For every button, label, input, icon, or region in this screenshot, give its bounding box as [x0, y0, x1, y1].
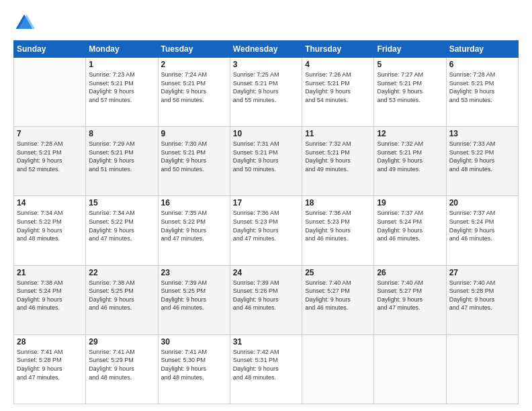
header	[13, 12, 519, 34]
day-info: Sunrise: 7:41 AM Sunset: 5:30 PM Dayligh…	[161, 348, 227, 381]
calendar-cell: 10Sunrise: 7:31 AM Sunset: 5:21 PM Dayli…	[230, 127, 302, 196]
day-info: Sunrise: 7:28 AM Sunset: 5:21 PM Dayligh…	[17, 140, 83, 173]
day-info: Sunrise: 7:28 AM Sunset: 5:21 PM Dayligh…	[449, 71, 515, 104]
calendar-cell: 4Sunrise: 7:26 AM Sunset: 5:21 PM Daylig…	[302, 58, 374, 127]
day-number: 2	[161, 60, 227, 69]
day-number: 1	[89, 60, 154, 69]
calendar-cell: 23Sunrise: 7:39 AM Sunset: 5:25 PM Dayli…	[158, 265, 230, 334]
logo	[13, 12, 38, 34]
weekday-header-friday: Friday	[374, 41, 446, 58]
calendar-cell: 11Sunrise: 7:32 AM Sunset: 5:21 PM Dayli…	[302, 127, 374, 196]
calendar-cell: 21Sunrise: 7:38 AM Sunset: 5:24 PM Dayli…	[14, 265, 86, 334]
day-info: Sunrise: 7:39 AM Sunset: 5:25 PM Dayligh…	[161, 279, 227, 312]
day-info: Sunrise: 7:34 AM Sunset: 5:22 PM Dayligh…	[89, 209, 154, 242]
calendar-cell: 12Sunrise: 7:32 AM Sunset: 5:21 PM Dayli…	[374, 127, 446, 196]
day-info: Sunrise: 7:36 AM Sunset: 5:23 PM Dayligh…	[305, 209, 371, 242]
calendar-table: SundayMondayTuesdayWednesdayThursdayFrid…	[13, 40, 519, 404]
day-number: 25	[305, 268, 371, 277]
calendar-week-row: 14Sunrise: 7:34 AM Sunset: 5:22 PM Dayli…	[14, 196, 519, 265]
calendar-cell: 13Sunrise: 7:33 AM Sunset: 5:22 PM Dayli…	[446, 127, 518, 196]
calendar-cell: 15Sunrise: 7:34 AM Sunset: 5:22 PM Dayli…	[86, 196, 158, 265]
day-info: Sunrise: 7:38 AM Sunset: 5:24 PM Dayligh…	[17, 279, 83, 312]
day-number: 4	[305, 60, 371, 69]
weekday-header-saturday: Saturday	[446, 41, 518, 58]
calendar-cell: 9Sunrise: 7:30 AM Sunset: 5:21 PM Daylig…	[158, 127, 230, 196]
calendar-cell: 3Sunrise: 7:25 AM Sunset: 5:21 PM Daylig…	[230, 58, 302, 127]
calendar-cell	[14, 58, 86, 127]
day-number: 16	[161, 198, 227, 208]
calendar-cell: 8Sunrise: 7:29 AM Sunset: 5:21 PM Daylig…	[86, 127, 158, 196]
day-info: Sunrise: 7:36 AM Sunset: 5:23 PM Dayligh…	[233, 209, 299, 242]
day-number: 22	[89, 268, 154, 277]
calendar-cell	[302, 334, 374, 404]
day-number: 24	[233, 268, 299, 277]
calendar-cell: 14Sunrise: 7:34 AM Sunset: 5:22 PM Dayli…	[14, 196, 86, 265]
calendar-week-row: 1Sunrise: 7:23 AM Sunset: 5:21 PM Daylig…	[14, 58, 519, 127]
day-info: Sunrise: 7:29 AM Sunset: 5:21 PM Dayligh…	[89, 140, 154, 173]
day-number: 29	[89, 337, 154, 347]
day-number: 9	[161, 129, 227, 138]
day-info: Sunrise: 7:42 AM Sunset: 5:31 PM Dayligh…	[233, 348, 299, 381]
day-info: Sunrise: 7:30 AM Sunset: 5:21 PM Dayligh…	[161, 140, 227, 173]
day-info: Sunrise: 7:26 AM Sunset: 5:21 PM Dayligh…	[305, 71, 371, 104]
day-info: Sunrise: 7:23 AM Sunset: 5:21 PM Dayligh…	[89, 71, 154, 104]
day-info: Sunrise: 7:37 AM Sunset: 5:24 PM Dayligh…	[377, 209, 443, 242]
day-number: 18	[305, 198, 371, 208]
day-info: Sunrise: 7:39 AM Sunset: 5:26 PM Dayligh…	[233, 279, 299, 312]
day-info: Sunrise: 7:35 AM Sunset: 5:22 PM Dayligh…	[161, 209, 227, 242]
calendar-cell: 5Sunrise: 7:27 AM Sunset: 5:21 PM Daylig…	[374, 58, 446, 127]
day-number: 14	[17, 198, 83, 208]
day-info: Sunrise: 7:24 AM Sunset: 5:21 PM Dayligh…	[161, 71, 227, 104]
day-number: 13	[449, 129, 515, 138]
day-number: 10	[233, 129, 299, 138]
day-info: Sunrise: 7:41 AM Sunset: 5:29 PM Dayligh…	[89, 348, 154, 381]
day-info: Sunrise: 7:40 AM Sunset: 5:27 PM Dayligh…	[305, 279, 371, 312]
day-info: Sunrise: 7:40 AM Sunset: 5:28 PM Dayligh…	[449, 279, 515, 312]
day-info: Sunrise: 7:37 AM Sunset: 5:24 PM Dayligh…	[449, 209, 515, 242]
day-number: 7	[17, 129, 83, 138]
day-number: 11	[305, 129, 371, 138]
calendar-cell: 1Sunrise: 7:23 AM Sunset: 5:21 PM Daylig…	[86, 58, 158, 127]
calendar-cell: 22Sunrise: 7:38 AM Sunset: 5:25 PM Dayli…	[86, 265, 158, 334]
day-number: 21	[17, 268, 83, 277]
day-info: Sunrise: 7:40 AM Sunset: 5:27 PM Dayligh…	[377, 279, 443, 312]
calendar-cell: 29Sunrise: 7:41 AM Sunset: 5:29 PM Dayli…	[86, 334, 158, 404]
day-number: 20	[449, 198, 515, 208]
calendar-cell: 20Sunrise: 7:37 AM Sunset: 5:24 PM Dayli…	[446, 196, 518, 265]
day-info: Sunrise: 7:32 AM Sunset: 5:21 PM Dayligh…	[305, 140, 371, 173]
calendar-cell: 7Sunrise: 7:28 AM Sunset: 5:21 PM Daylig…	[14, 127, 86, 196]
day-info: Sunrise: 7:27 AM Sunset: 5:21 PM Dayligh…	[377, 71, 443, 104]
calendar-cell	[374, 334, 446, 404]
day-number: 19	[377, 198, 443, 208]
calendar-cell: 6Sunrise: 7:28 AM Sunset: 5:21 PM Daylig…	[446, 58, 518, 127]
day-info: Sunrise: 7:34 AM Sunset: 5:22 PM Dayligh…	[17, 209, 83, 242]
day-number: 27	[449, 268, 515, 277]
calendar-week-row: 7Sunrise: 7:28 AM Sunset: 5:21 PM Daylig…	[14, 127, 519, 196]
calendar-cell: 17Sunrise: 7:36 AM Sunset: 5:23 PM Dayli…	[230, 196, 302, 265]
weekday-header-sunday: Sunday	[14, 41, 86, 58]
weekday-header-row: SundayMondayTuesdayWednesdayThursdayFrid…	[14, 41, 519, 58]
weekday-header-thursday: Thursday	[302, 41, 374, 58]
weekday-header-tuesday: Tuesday	[158, 41, 230, 58]
calendar-cell: 25Sunrise: 7:40 AM Sunset: 5:27 PM Dayli…	[302, 265, 374, 334]
calendar-cell: 24Sunrise: 7:39 AM Sunset: 5:26 PM Dayli…	[230, 265, 302, 334]
calendar-week-row: 28Sunrise: 7:41 AM Sunset: 5:28 PM Dayli…	[14, 334, 519, 404]
calendar-cell: 16Sunrise: 7:35 AM Sunset: 5:22 PM Dayli…	[158, 196, 230, 265]
day-number: 28	[17, 337, 83, 347]
page: SundayMondayTuesdayWednesdayThursdayFrid…	[0, 0, 532, 411]
day-info: Sunrise: 7:41 AM Sunset: 5:28 PM Dayligh…	[17, 348, 83, 381]
day-number: 30	[161, 337, 227, 347]
day-number: 15	[89, 198, 154, 208]
day-number: 6	[449, 60, 515, 69]
day-number: 3	[233, 60, 299, 69]
calendar-cell: 18Sunrise: 7:36 AM Sunset: 5:23 PM Dayli…	[302, 196, 374, 265]
calendar-cell: 31Sunrise: 7:42 AM Sunset: 5:31 PM Dayli…	[230, 334, 302, 404]
calendar-cell: 26Sunrise: 7:40 AM Sunset: 5:27 PM Dayli…	[374, 265, 446, 334]
day-number: 17	[233, 198, 299, 208]
logo-icon	[13, 12, 35, 34]
calendar-cell: 2Sunrise: 7:24 AM Sunset: 5:21 PM Daylig…	[158, 58, 230, 127]
day-info: Sunrise: 7:31 AM Sunset: 5:21 PM Dayligh…	[233, 140, 299, 173]
day-number: 31	[233, 337, 299, 347]
day-number: 26	[377, 268, 443, 277]
calendar-cell: 27Sunrise: 7:40 AM Sunset: 5:28 PM Dayli…	[446, 265, 518, 334]
